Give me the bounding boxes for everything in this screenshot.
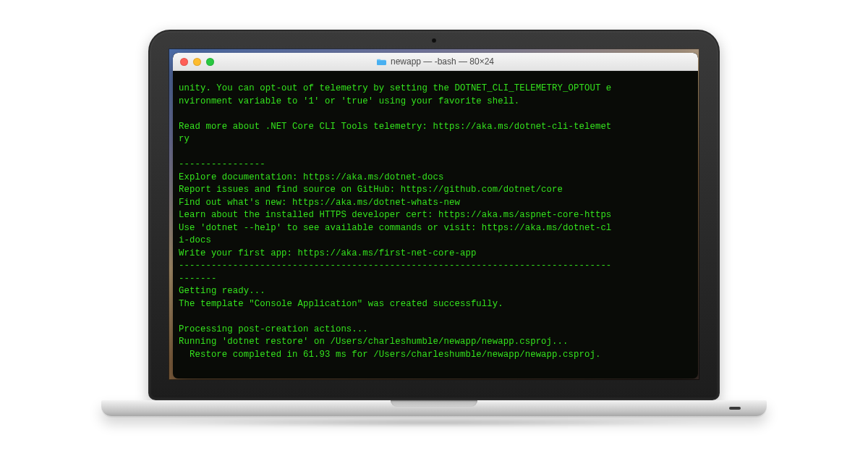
laptop-base [101, 400, 767, 416]
minimize-button[interactable] [193, 58, 201, 66]
laptop-bezel: newapp — -bash — 80×24 unity. You can op… [148, 30, 720, 400]
traffic-lights [173, 58, 214, 66]
laptop-port [729, 407, 741, 410]
zoom-button[interactable] [206, 58, 214, 66]
laptop-notch [391, 400, 477, 407]
terminal-output[interactable]: unity. You can opt-out of telemetry by s… [173, 80, 698, 369]
window-title-text: newapp — -bash — 80×24 [391, 56, 494, 67]
titlebar[interactable]: newapp — -bash — 80×24 [173, 53, 698, 71]
laptop-shadow [159, 419, 709, 426]
window-title: newapp — -bash — 80×24 [173, 56, 698, 67]
laptop-frame: newapp — -bash — 80×24 unity. You can op… [148, 30, 720, 426]
camera-dot [432, 38, 436, 43]
close-button[interactable] [180, 58, 188, 66]
folder-icon [377, 58, 386, 65]
laptop-screen: newapp — -bash — 80×24 unity. You can op… [169, 48, 699, 380]
terminal-window[interactable]: newapp — -bash — 80×24 unity. You can op… [173, 53, 698, 379]
